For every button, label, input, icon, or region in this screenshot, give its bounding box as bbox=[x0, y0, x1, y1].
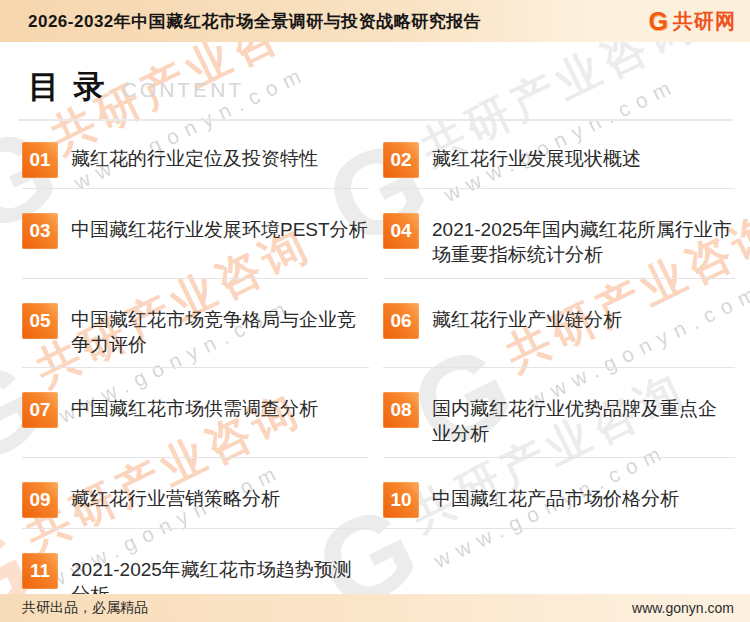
toc-item-number: 10 bbox=[383, 482, 419, 518]
toc-heading: 目 录 CONTENT bbox=[0, 42, 750, 108]
toc-item-label: 中国藏红花产品市场价格分析 bbox=[432, 482, 679, 511]
heading-divider bbox=[18, 119, 733, 121]
toc-item-label: 藏红花行业产业链分析 bbox=[432, 303, 622, 332]
logo-text: 共研网 bbox=[673, 8, 736, 35]
toc-item: 09 藏红花行业营销策略分析 bbox=[22, 482, 369, 529]
toc-item: 10 中国藏红花产品市场价格分析 bbox=[383, 482, 735, 529]
footer-bar: 共研出品，必属精品 www.gonyn.com bbox=[0, 594, 750, 622]
toc-page: G 共研产业咨询 www.gonyn.com G 共研产业咨询 www.gony… bbox=[0, 42, 750, 594]
toc-item-label: 中国藏红花行业发展环境PEST分析 bbox=[71, 213, 368, 242]
toc-item: 04 2021-2025年国内藏红花所属行业市场重要指标统计分析 bbox=[383, 213, 735, 279]
toc-item: 07 中国藏红花市场供需调查分析 bbox=[22, 392, 369, 458]
toc-item-number: 04 bbox=[383, 213, 419, 249]
toc-item: 06 藏红花行业产业链分析 bbox=[383, 303, 735, 369]
footer-website: www.gonyn.com bbox=[632, 600, 734, 616]
toc-item-label: 2021-2025年国内藏红花所属行业市场重要指标统计分析 bbox=[432, 213, 735, 268]
toc-item-number: 08 bbox=[383, 392, 419, 428]
toc-item: 03 中国藏红花行业发展环境PEST分析 bbox=[22, 213, 369, 279]
toc-item-number: 09 bbox=[22, 482, 58, 518]
toc-item: 05 中国藏红花市场竞争格局与企业竞争力评价 bbox=[22, 303, 369, 369]
toc-item-label: 2021-2025年藏红花市场趋势预测分析 bbox=[71, 553, 369, 594]
report-title: 2026-2032年中国藏红花市场全景调研与投资战略研究报告 bbox=[28, 10, 481, 33]
header-bar: 2026-2032年中国藏红花市场全景调研与投资战略研究报告 G 共研网 bbox=[0, 0, 750, 42]
toc-item-label: 中国藏红花市场供需调查分析 bbox=[71, 392, 318, 421]
toc-item: 08 国内藏红花行业优势品牌及重点企业分析 bbox=[383, 392, 735, 458]
page-title-en: CONTENT bbox=[122, 78, 245, 102]
toc-item-number: 07 bbox=[22, 392, 58, 428]
toc-item: 02 藏红花行业发展现状概述 bbox=[383, 142, 735, 189]
toc-item-label: 中国藏红花市场竞争格局与企业竞争力评价 bbox=[71, 303, 369, 358]
toc-item-number: 02 bbox=[383, 142, 419, 178]
brand-logo: G 共研网 bbox=[649, 8, 736, 35]
footer-slogan: 共研出品，必属精品 bbox=[22, 599, 148, 617]
toc-list: 01 藏红花的行业定位及投资特性 02 藏红花行业发展现状概述 03 中国藏红花… bbox=[22, 142, 735, 594]
toc-item-label: 藏红花行业营销策略分析 bbox=[71, 482, 280, 511]
toc-item-number: 05 bbox=[22, 303, 58, 339]
toc-item-label: 国内藏红花行业优势品牌及重点企业分析 bbox=[432, 392, 735, 447]
toc-item-label: 藏红花的行业定位及投资特性 bbox=[71, 142, 318, 171]
toc-item-number: 01 bbox=[22, 142, 58, 178]
toc-item-label: 藏红花行业发展现状概述 bbox=[432, 142, 641, 171]
toc-item-number: 06 bbox=[383, 303, 419, 339]
toc-item-number: 03 bbox=[22, 213, 58, 249]
toc-item-number: 11 bbox=[22, 553, 58, 589]
page-title: 目 录 bbox=[28, 66, 108, 108]
logo-g-icon: G bbox=[649, 9, 668, 34]
toc-item: 01 藏红花的行业定位及投资特性 bbox=[22, 142, 369, 189]
toc-item: 11 2021-2025年藏红花市场趋势预测分析 bbox=[22, 553, 369, 594]
